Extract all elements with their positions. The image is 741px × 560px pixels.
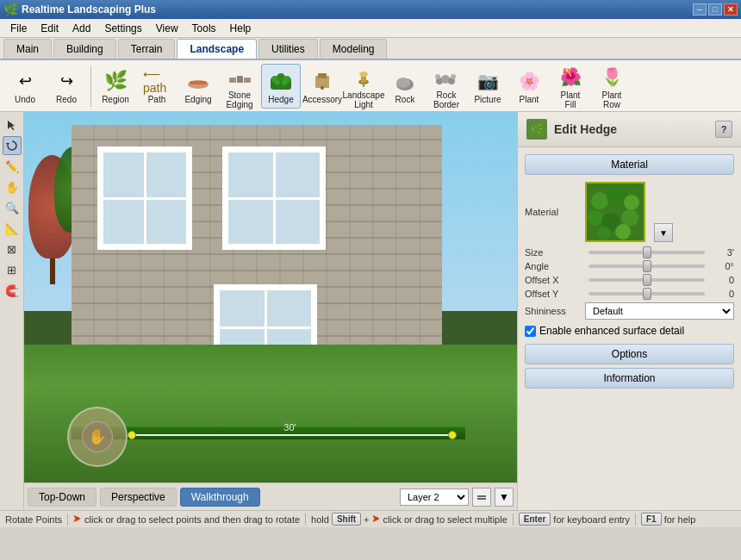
offset-x-label: Offset X bbox=[525, 275, 585, 285]
menu-settings[interactable]: Settings bbox=[97, 21, 148, 36]
canvas-area[interactable]: 30' ✋ Top-Down Perspective Walkthrough L… bbox=[24, 112, 517, 510]
click-drag-1-text: click or drag bbox=[84, 514, 135, 525]
view-tab-topdown[interactable]: Top-Down bbox=[28, 488, 97, 507]
path-icon: ⟵ path bbox=[143, 67, 171, 95]
tab-landscape[interactable]: Landscape bbox=[177, 39, 257, 59]
svg-point-19 bbox=[396, 78, 410, 88]
region-icon: 🌿 bbox=[102, 67, 129, 95]
magnet-button[interactable]: 🧲 bbox=[3, 281, 22, 300]
svg-point-23 bbox=[451, 74, 456, 79]
redo-button[interactable]: ↪ Redo bbox=[47, 64, 86, 109]
offset-x-slider[interactable] bbox=[588, 278, 705, 282]
path-button[interactable]: ⟵ path Path bbox=[137, 64, 177, 109]
rock-label: Rock bbox=[395, 95, 415, 105]
size-slider[interactable] bbox=[588, 251, 705, 254]
information-button[interactable]: Information bbox=[525, 368, 734, 389]
stone-edging-button[interactable]: StoneEdging bbox=[220, 59, 259, 113]
plant-icon: 🌸 bbox=[515, 67, 543, 95]
status-sep-2 bbox=[305, 513, 306, 526]
grid-button[interactable]: ⊞ bbox=[3, 260, 22, 279]
svg-point-10 bbox=[282, 80, 287, 85]
right-panel: 🌿 Edit Hedge ? Material Material bbox=[517, 112, 741, 510]
svg-rect-2 bbox=[229, 78, 236, 83]
hedge-button[interactable]: Hedge bbox=[261, 64, 301, 109]
shininess-dropdown[interactable]: Default Low Medium High bbox=[585, 302, 734, 320]
app-icon: 🌿 bbox=[3, 3, 18, 16]
menu-file[interactable]: File bbox=[3, 21, 34, 36]
pencil-tool-button[interactable]: ✏️ bbox=[3, 157, 22, 176]
panel-header: 🌿 Edit Hedge ? bbox=[518, 112, 741, 147]
offset-y-value: 0 bbox=[708, 289, 734, 299]
plant-button[interactable]: 🌸 Plant bbox=[509, 64, 549, 109]
picture-label: Picture bbox=[474, 95, 501, 105]
zoom-in-button[interactable]: 🔍 bbox=[3, 198, 22, 217]
crop-tool-button[interactable]: ⊠ bbox=[3, 240, 22, 258]
menu-edit[interactable]: Edit bbox=[34, 21, 65, 36]
rock-icon bbox=[391, 67, 419, 95]
layer-dropdown[interactable]: Layer 2 bbox=[400, 488, 469, 506]
click-drag-2-text: click or drag bbox=[383, 514, 434, 525]
accessory-button[interactable]: Accessory bbox=[302, 64, 342, 109]
maximize-button[interactable]: □ bbox=[708, 3, 722, 16]
menubar: File Edit Add Settings View Tools Help bbox=[0, 19, 741, 38]
undo-button[interactable]: ↩ Undo bbox=[5, 64, 45, 109]
select-tool-button[interactable] bbox=[3, 115, 22, 134]
layer-icon-1[interactable] bbox=[472, 488, 491, 507]
material-picker: ▼ bbox=[585, 182, 673, 242]
view-tab-walkthrough[interactable]: Walkthrough bbox=[180, 488, 260, 507]
plant-fill-button[interactable]: 🌺 PlantFill bbox=[551, 59, 590, 113]
svg-point-9 bbox=[275, 80, 280, 85]
enter-key-badge: Enter bbox=[519, 513, 551, 526]
landscape-light-icon bbox=[350, 63, 377, 90]
size-row: Size 3' bbox=[525, 247, 734, 258]
rock-border-button[interactable]: RockBorder bbox=[427, 59, 466, 113]
help-button[interactable]: ? bbox=[715, 121, 732, 138]
status-enter: Enter for keyboard entry bbox=[519, 513, 630, 526]
region-button[interactable]: 🌿 Region bbox=[96, 64, 135, 109]
svg-point-29 bbox=[591, 192, 608, 209]
to-select-text: to select points and then drag to rotate bbox=[138, 514, 300, 525]
close-button[interactable]: ✕ bbox=[724, 3, 738, 16]
measure-tool-button[interactable]: 📐 bbox=[3, 219, 22, 238]
tab-terrain[interactable]: Terrain bbox=[118, 39, 176, 59]
view-tab-perspective[interactable]: Perspective bbox=[100, 488, 177, 507]
angle-slider[interactable] bbox=[588, 264, 705, 268]
offset-y-row: Offset Y 0 bbox=[525, 289, 734, 299]
material-preview[interactable] bbox=[585, 182, 645, 242]
menu-view[interactable]: View bbox=[149, 21, 185, 36]
rotate-tool-button[interactable] bbox=[3, 136, 22, 155]
menu-tools[interactable]: Tools bbox=[185, 21, 223, 36]
material-dropdown-button[interactable]: ▼ bbox=[654, 223, 673, 242]
material-section-btn[interactable]: Material bbox=[525, 154, 734, 175]
options-button[interactable]: Options bbox=[525, 344, 734, 364]
enhanced-detail-checkbox[interactable] bbox=[525, 326, 536, 337]
menu-add[interactable]: Add bbox=[65, 21, 97, 36]
navigation-wheel[interactable]: ✋ bbox=[67, 407, 128, 467]
hold-text: hold bbox=[311, 514, 329, 525]
size-value: 3' bbox=[708, 247, 734, 258]
stone-edging-icon bbox=[226, 63, 253, 90]
tab-building[interactable]: Building bbox=[53, 39, 116, 59]
tab-main[interactable]: Main bbox=[3, 39, 52, 59]
rock-button[interactable]: Rock bbox=[385, 64, 425, 109]
picture-button[interactable]: 📷 Picture bbox=[468, 64, 507, 109]
landscape-light-button[interactable]: LandscapeLight bbox=[344, 59, 383, 113]
offset-y-slider[interactable] bbox=[588, 292, 705, 296]
undo-icon: ↩ bbox=[11, 67, 39, 95]
to-select-multiple-text: to select multiple bbox=[437, 514, 507, 525]
hand-tool-button[interactable]: ✋ bbox=[3, 177, 22, 196]
offset-x-row: Offset X 0 bbox=[525, 275, 734, 285]
svg-point-35 bbox=[597, 227, 611, 240]
minimize-button[interactable]: ─ bbox=[693, 3, 707, 16]
tab-utilities[interactable]: Utilities bbox=[258, 39, 318, 59]
enhanced-detail-row: Enable enhanced surface detail bbox=[525, 325, 734, 337]
offset-x-value: 0 bbox=[708, 275, 734, 285]
rotate-points-text: Rotate Points bbox=[5, 514, 62, 525]
status-sep-3 bbox=[513, 513, 514, 526]
plant-row-button[interactable]: 🌷 PlantRow bbox=[592, 59, 632, 113]
edging-button[interactable]: Edging bbox=[178, 64, 218, 109]
path-label: Path bbox=[148, 95, 166, 105]
layer-icon-2[interactable]: ▼ bbox=[495, 488, 514, 507]
tab-modeling[interactable]: Modeling bbox=[320, 39, 388, 59]
menu-help[interactable]: Help bbox=[223, 21, 258, 36]
